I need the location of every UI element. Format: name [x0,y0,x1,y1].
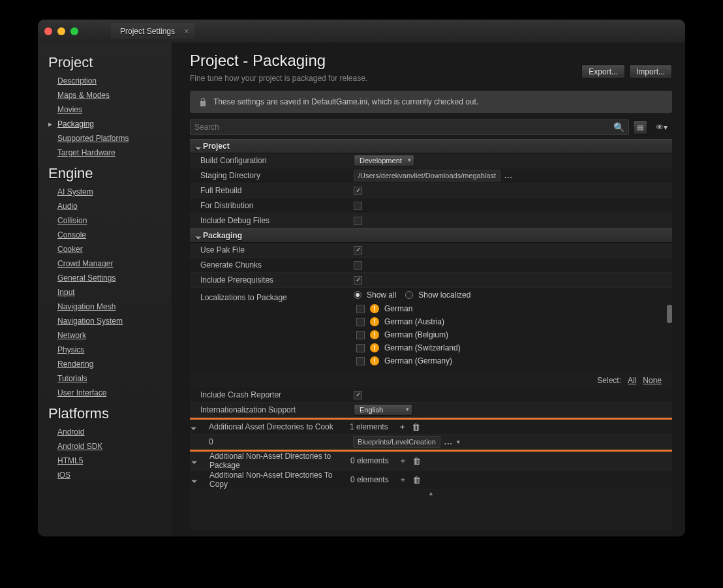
sidebar-item-ai-system[interactable]: AI System [57,185,165,199]
sidebar-item-crowd-manager[interactable]: Crowd Manager [57,256,165,271]
lock-icon [199,97,207,106]
language-list[interactable]: !German !German (Austria) !German (Belgi… [354,302,672,367]
sidebar: Project Description Maps & Modes Movies … [38,42,172,536]
array-count-cook: 1 elements [350,422,395,431]
lang-label: German (Austria) [384,317,444,326]
checkbox-lang-german-austria[interactable] [356,318,365,326]
browse-button[interactable]: ... [504,171,513,180]
label-additional-non-asset-dirs-package: Additional Non-Asset Directories to Pack… [199,452,350,470]
sidebar-item-maps-modes[interactable]: Maps & Modes [57,88,165,102]
clear-array-button[interactable]: 🗑 [410,456,423,466]
input-cook-dir-0[interactable]: Blueprints/LevelCreation [353,436,440,448]
label-for-distribution: For Distribution [190,201,350,210]
clear-array-button[interactable]: 🗑 [410,475,423,485]
minimize-window-icon[interactable] [57,27,65,35]
search-box[interactable]: 🔍 [190,119,629,135]
warning-icon: ! [370,356,379,365]
dropdown-i18n-support[interactable]: English [354,404,412,416]
sidebar-category-engine: Engine [38,160,172,185]
sidebar-item-android[interactable]: Android [57,425,165,439]
tab-project-settings[interactable]: Project Settings [111,23,194,39]
label-build-configuration: Build Configuration [190,156,350,165]
sidebar-item-console[interactable]: Console [57,228,165,242]
add-element-button[interactable]: ＋ [395,421,409,433]
label-generate-chunks: Generate Chunks [190,260,350,270]
sidebar-item-cooker[interactable]: Cooker [57,242,165,256]
checkbox-lang-german-belgium[interactable] [356,331,365,339]
sidebar-item-user-interface[interactable]: User Interface [57,386,165,400]
sidebar-item-description[interactable]: Description [57,74,165,88]
checkbox-for-distribution[interactable] [354,202,362,210]
visibility-filter-button[interactable]: 👁▾ [651,120,672,134]
array-count-pkg: 0 elements [350,456,396,465]
page-title: Project - Packaging [190,52,367,70]
view-mode-button[interactable]: ▤ [633,120,647,134]
lang-label: German (Belgium) [384,330,448,339]
sidebar-item-packaging[interactable]: Packaging [57,117,165,131]
tab-title: Project Settings [120,27,175,36]
warning-icon: ! [370,330,379,339]
section-packaging[interactable]: Packaging [190,228,672,243]
sidebar-item-audio[interactable]: Audio [57,199,165,213]
label-staging-directory: Staging Directory [190,171,350,180]
export-button[interactable]: Export... [581,65,625,79]
language-scrollbar[interactable] [667,305,672,323]
sidebar-category-platforms: Platforms [38,400,172,425]
sidebar-item-tutorials[interactable]: Tutorials [57,371,165,386]
checkbox-include-debug-files[interactable] [354,217,362,225]
checkbox-full-rebuild[interactable] [354,187,362,195]
element-menu-button[interactable]: ▾ [457,439,460,445]
sidebar-item-navigation-mesh[interactable]: Navigation Mesh [57,300,165,314]
add-element-button[interactable]: ＋ [396,474,410,486]
checkbox-lang-german-switzerland[interactable] [356,344,365,352]
radio-show-localized-label: Show localized [418,290,470,300]
sidebar-item-input[interactable]: Input [57,285,165,300]
import-button[interactable]: Import... [629,65,672,79]
warning-icon: ! [370,343,379,352]
sidebar-item-html5[interactable]: HTML5 [57,454,165,468]
settings-list[interactable]: Project Build Configuration Development … [190,139,672,530]
checkbox-use-pak-file[interactable] [354,246,362,255]
browse-cook-dir-button[interactable]: ... [444,437,453,446]
sidebar-item-android-sdk[interactable]: Android SDK [57,439,165,454]
search-input[interactable] [194,123,613,132]
sidebar-item-collision[interactable]: Collision [57,213,165,228]
section-project[interactable]: Project [190,139,672,153]
sidebar-item-general-settings[interactable]: General Settings [57,271,165,285]
sidebar-item-target-hardware[interactable]: Target Hardware [57,146,165,160]
dropdown-build-configuration[interactable]: Development [354,155,414,166]
highlighted-region: Additional Asset Directories to Cook 1 e… [190,418,672,452]
sidebar-item-physics[interactable]: Physics [57,343,165,357]
search-icon: 🔍 [613,122,624,132]
zoom-window-icon[interactable] [70,27,78,35]
radio-show-localized[interactable] [405,291,413,299]
checkbox-lang-german-germany[interactable] [356,357,365,365]
checkbox-include-prerequisites[interactable] [354,276,362,285]
radio-show-all[interactable] [354,291,361,299]
add-element-button[interactable]: ＋ [396,455,410,467]
array-index-0: 0 [190,437,349,446]
notice-text: These settings are saved in DefaultGame.… [213,97,478,106]
sidebar-item-supported-platforms[interactable]: Supported Platforms [57,131,165,146]
checkbox-include-crash-reporter[interactable] [354,391,362,399]
input-staging-directory[interactable]: /Users/derekvanvliet/Downloads/megablast [354,170,500,181]
sidebar-item-network[interactable]: Network [57,328,165,343]
close-window-icon[interactable] [44,27,52,35]
select-all-none-row: Select: All None [190,373,672,388]
checkbox-generate-chunks[interactable] [354,261,362,270]
sidebar-item-navigation-system[interactable]: Navigation System [57,314,165,328]
label-include-prerequisites: Include Prerequisites [190,275,350,285]
sidebar-item-ios[interactable]: iOS [57,468,165,482]
label-additional-asset-dirs-cook: Additional Asset Directories to Cook [198,422,350,431]
sidebar-item-movies[interactable]: Movies [57,102,165,117]
select-none-link[interactable]: None [643,376,662,385]
clear-array-button[interactable]: 🗑 [409,422,423,432]
label-include-crash-reporter: Include Crash Reporter [190,390,350,399]
select-all-link[interactable]: All [628,376,636,385]
radio-show-all-label: Show all [367,290,396,300]
collapse-advanced-button[interactable]: ▲ [190,489,672,497]
sidebar-item-rendering[interactable]: Rendering [57,357,165,371]
label-include-debug-files: Include Debug Files [190,216,350,225]
checkbox-lang-german[interactable] [356,305,365,313]
titlebar: Project Settings [38,20,685,42]
